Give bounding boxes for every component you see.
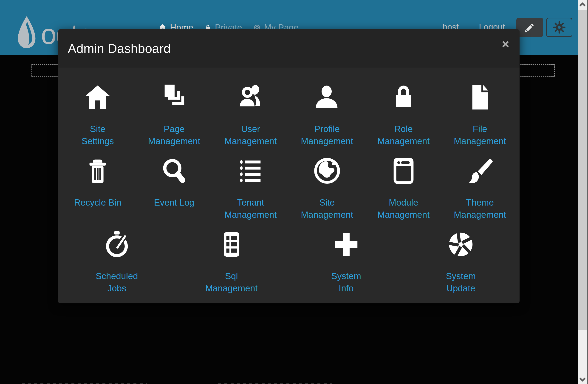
settings-button[interactable]: [546, 18, 572, 37]
spreadsheet-icon: [217, 229, 246, 259]
admin-dashboard-modal: Admin Dashboard SiteSettings PageManagem…: [58, 29, 520, 304]
people-icon: [236, 82, 265, 112]
gear-icon: [552, 21, 566, 34]
person-icon: [313, 82, 341, 112]
plus-icon: [332, 229, 361, 259]
admin-tile-theme-management[interactable]: ThemeManagement: [442, 156, 518, 221]
lock-icon: [389, 82, 418, 112]
tile-label: ModuleManagement: [377, 196, 430, 221]
tile-label: UserManagement: [224, 123, 277, 147]
admin-tile-site-management[interactable]: SiteManagement: [289, 156, 365, 221]
admin-tile-page-management[interactable]: PageManagement: [136, 82, 212, 147]
modal-title: Admin Dashboard: [68, 41, 171, 56]
scrollbar-track[interactable]: [578, 0, 587, 384]
tile-label: ScheduledJobs: [96, 270, 138, 294]
tile-label: SiteManagement: [301, 196, 353, 221]
tile-label: PageManagement: [148, 123, 200, 147]
browser-icon: [389, 156, 418, 186]
scrollbar-thumb[interactable]: [578, 10, 587, 330]
tile-label: SqlManagement: [205, 270, 258, 294]
home-icon: [83, 82, 112, 112]
admin-tile-recycle-bin[interactable]: Recycle Bin: [60, 156, 136, 221]
tile-label: SystemUpdate: [446, 270, 476, 294]
admin-tile-user-management[interactable]: UserManagement: [212, 82, 289, 147]
admin-tile-tenant-management[interactable]: TenantManagement: [212, 156, 289, 221]
file-icon: [465, 82, 495, 112]
tile-row-3: ScheduledJobs SqlManagement SystemInfo S…: [60, 229, 518, 294]
tile-label: TenantManagement: [224, 196, 277, 221]
layers-icon: [160, 82, 189, 112]
admin-tile-profile-management[interactable]: ProfileManagement: [289, 82, 365, 147]
modal-body: SiteSettings PageManagement UserManageme…: [58, 68, 520, 303]
aperture-icon: [446, 229, 475, 259]
admin-tile-file-management[interactable]: FileManagement: [442, 82, 518, 147]
admin-tile-sql-management[interactable]: SqlManagement: [174, 229, 289, 294]
close-icon: [502, 40, 509, 48]
admin-tile-module-management[interactable]: ModuleManagement: [365, 156, 442, 221]
modal-header: Admin Dashboard: [58, 29, 520, 68]
globe-icon: [313, 156, 341, 186]
trash-icon: [83, 156, 112, 186]
clipped-footer-content: [218, 383, 332, 384]
admin-tile-site-settings[interactable]: SiteSettings: [60, 82, 136, 147]
tile-label: Event Log: [154, 196, 194, 208]
clipped-footer-content: [22, 383, 147, 384]
pencil-icon: [523, 20, 537, 34]
page: oqtane Home Private My Page host Logout: [0, 0, 588, 384]
tile-label: SiteSettings: [82, 123, 114, 147]
tile-label: SystemInfo: [331, 270, 361, 294]
edit-mode-button[interactable]: [516, 18, 543, 37]
brush-icon: [465, 156, 495, 186]
tile-label: ProfileManagement: [301, 123, 353, 147]
admin-tile-scheduled-jobs[interactable]: ScheduledJobs: [60, 229, 174, 294]
tile-row-1: SiteSettings PageManagement UserManageme…: [60, 82, 518, 147]
tile-label: ThemeManagement: [454, 196, 506, 221]
admin-tile-system-info[interactable]: SystemInfo: [289, 229, 403, 294]
tile-row-2: Recycle Bin Event Log TenantManagement S…: [60, 156, 518, 221]
admin-tile-system-update[interactable]: SystemUpdate: [403, 229, 518, 294]
tile-label: FileManagement: [454, 123, 506, 147]
admin-tile-event-log[interactable]: Event Log: [136, 156, 212, 221]
tile-label: Recycle Bin: [74, 196, 121, 208]
scroll-down-arrow-icon[interactable]: [579, 377, 586, 382]
scroll-up-arrow-icon[interactable]: [579, 2, 586, 7]
admin-tile-role-management[interactable]: RoleManagement: [365, 82, 442, 147]
list-icon: [236, 156, 265, 186]
water-drop-icon: [16, 14, 38, 53]
magnifier-icon: [160, 156, 189, 186]
close-button[interactable]: [500, 38, 511, 50]
timer-icon: [103, 229, 131, 259]
tile-label: RoleManagement: [377, 123, 430, 147]
